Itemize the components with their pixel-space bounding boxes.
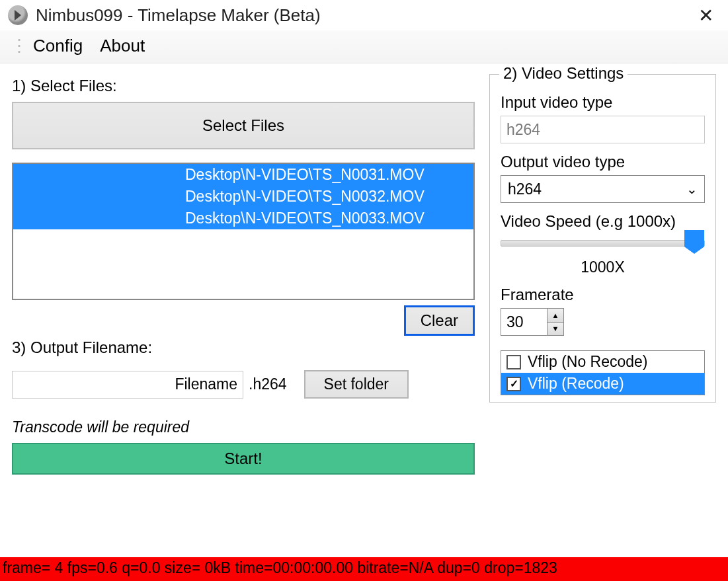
- file-entry[interactable]: Desktop\N-VIDEO\TS_N0033.MOV: [13, 208, 473, 229]
- video-settings-group: 2) Video Settings Input video type Outpu…: [489, 74, 716, 403]
- speed-value: 1000X: [501, 258, 705, 276]
- video-settings-legend: 2) Video Settings: [499, 64, 627, 83]
- framerate-label: Framerate: [501, 286, 705, 304]
- file-entry[interactable]: Desktop\N-VIDEO\TS_N0031.MOV: [13, 164, 473, 186]
- toolbar-grip-icon: ⋮: [11, 36, 26, 56]
- framerate-input[interactable]: [501, 308, 547, 336]
- menu-config[interactable]: Config: [33, 36, 83, 56]
- checkbox-icon[interactable]: [506, 355, 521, 369]
- file-entry[interactable]: Desktop\N-VIDEO\TS_N0032.MOV: [13, 186, 473, 208]
- output-type-value: h264: [508, 180, 686, 198]
- file-list[interactable]: Desktop\N-VIDEO\TS_N0031.MOV Desktop\N-V…: [12, 163, 475, 300]
- output-type-select[interactable]: h264 ⌄: [501, 175, 705, 203]
- filename-input[interactable]: [12, 371, 243, 399]
- framerate-step-down[interactable]: ▼: [547, 323, 563, 336]
- vflip-list[interactable]: Vflip (No Recode) ✓ Vflip (Recode): [501, 350, 705, 395]
- speed-label: Video Speed (e.g 1000x): [501, 212, 705, 231]
- app-icon: [8, 5, 28, 25]
- vflip-no-recode-label: Vflip (No Recode): [528, 353, 648, 371]
- filename-ext: .h264: [249, 375, 287, 393]
- transcode-note: Transcode will be required: [12, 418, 475, 436]
- close-icon[interactable]: ✕: [692, 5, 720, 26]
- checkbox-checked-icon[interactable]: ✓: [506, 377, 521, 391]
- input-type-field: [501, 116, 705, 143]
- framerate-step-up[interactable]: ▲: [547, 309, 563, 323]
- title-bar: Nimbus099 - Timelapse Maker (Beta) ✕: [0, 0, 728, 30]
- select-files-button[interactable]: Select Files: [12, 102, 475, 149]
- speed-slider[interactable]: 1000X: [501, 240, 705, 276]
- vflip-recode-label: Vflip (Recode): [528, 375, 624, 393]
- select-files-heading: 1) Select Files:: [12, 77, 475, 95]
- slider-thumb[interactable]: [684, 230, 704, 254]
- menu-bar: ⋮ Config About: [0, 30, 728, 63]
- chevron-down-icon: ⌄: [686, 181, 698, 197]
- start-button[interactable]: Start!: [12, 443, 475, 475]
- output-type-label: Output video type: [501, 153, 705, 171]
- window-title: Nimbus099 - Timelapse Maker (Beta): [36, 5, 692, 26]
- clear-button[interactable]: Clear: [404, 305, 475, 336]
- input-type-label: Input video type: [501, 93, 705, 112]
- output-filename-heading: 3) Output Filename:: [12, 338, 475, 357]
- vflip-no-recode[interactable]: Vflip (No Recode): [501, 351, 704, 373]
- menu-about[interactable]: About: [100, 36, 145, 56]
- vflip-recode[interactable]: ✓ Vflip (Recode): [501, 373, 704, 395]
- status-bar: frame= 4 fps=0.6 q=0.0 size= 0kB time=00…: [0, 557, 728, 581]
- set-folder-button[interactable]: Set folder: [304, 370, 409, 399]
